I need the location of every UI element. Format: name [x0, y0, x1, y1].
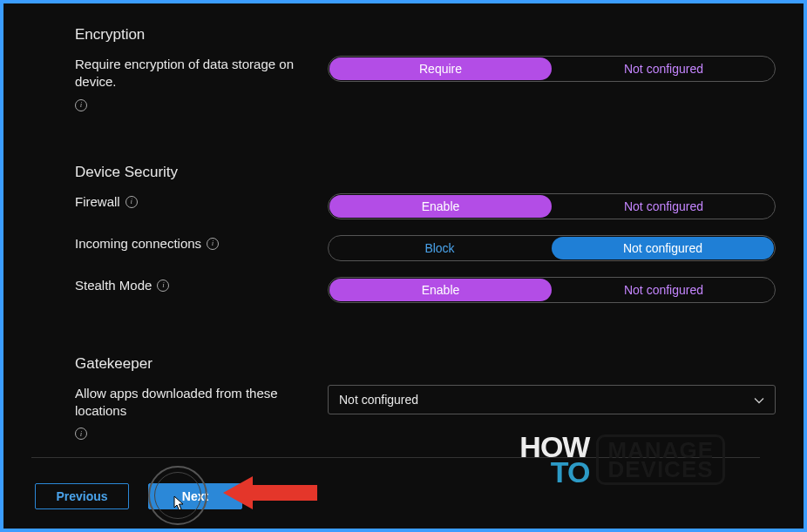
footer: Previous Next	[35, 483, 242, 509]
toggle-firewall[interactable]: Enable Not configured	[328, 193, 776, 219]
toggle-opt-notconfigured[interactable]: Not configured	[553, 57, 775, 81]
toggle-opt-notconfigured[interactable]: Not configured	[553, 194, 775, 219]
toggle-opt-notconfigured[interactable]: Not configured	[552, 237, 774, 259]
row-incoming: Incoming connections i Block Not configu…	[75, 235, 776, 261]
label-allowapps: Allow apps downloaded from these locatio…	[75, 385, 310, 441]
label-incoming: Incoming connections i	[75, 235, 310, 253]
info-icon[interactable]: i	[75, 99, 87, 111]
label-text: Allow apps downloaded from these locatio…	[75, 385, 310, 421]
toggle-opt-notconfigured[interactable]: Not configured	[553, 278, 775, 302]
toggle-incoming[interactable]: Block Not configured	[328, 235, 776, 261]
dropdown-value: Not configured	[339, 393, 418, 407]
info-icon[interactable]: i	[157, 279, 169, 292]
row-stealth: Stealth Mode i Enable Not configured	[75, 277, 776, 303]
chevron-down-icon	[754, 394, 764, 405]
label-text: Firewall	[75, 193, 120, 211]
watermark-text: DEVICES	[607, 460, 714, 479]
label-text: Stealth Mode	[75, 277, 152, 294]
label-encryption-storage: Require encryption of data storage on de…	[75, 56, 310, 111]
info-icon[interactable]: i	[207, 238, 219, 250]
row-allowapps: Allow apps downloaded from these locatio…	[75, 385, 776, 441]
toggle-opt-require[interactable]: Require	[329, 57, 552, 80]
info-icon[interactable]: i	[125, 196, 138, 208]
toggle-encryption-storage[interactable]: Require Not configured	[328, 56, 776, 82]
watermark-text: TO	[519, 460, 589, 485]
label-firewall: Firewall i	[75, 193, 310, 211]
toggle-stealth[interactable]: Enable Not configured	[328, 277, 776, 303]
previous-button[interactable]: Previous	[35, 483, 129, 509]
row-firewall: Firewall i Enable Not configured	[75, 193, 776, 219]
dropdown-allowapps[interactable]: Not configured	[328, 385, 776, 414]
section-encryption-title: Encryption	[75, 26, 776, 44]
toggle-opt-enable[interactable]: Enable	[329, 195, 552, 218]
section-gatekeeper-title: Gatekeeper	[75, 355, 776, 373]
label-text: Require encryption of data storage on de…	[75, 56, 310, 91]
label-stealth: Stealth Mode i	[75, 277, 310, 294]
toggle-opt-block[interactable]: Block	[329, 236, 551, 260]
toggle-opt-enable[interactable]: Enable	[329, 279, 552, 301]
row-encryption-storage: Require encryption of data storage on de…	[75, 56, 776, 111]
next-button[interactable]: Next	[148, 483, 242, 509]
section-devicesecurity-title: Device Security	[75, 164, 776, 181]
divider	[31, 457, 760, 458]
info-icon[interactable]: i	[75, 428, 87, 440]
label-text: Incoming connections	[75, 235, 201, 253]
